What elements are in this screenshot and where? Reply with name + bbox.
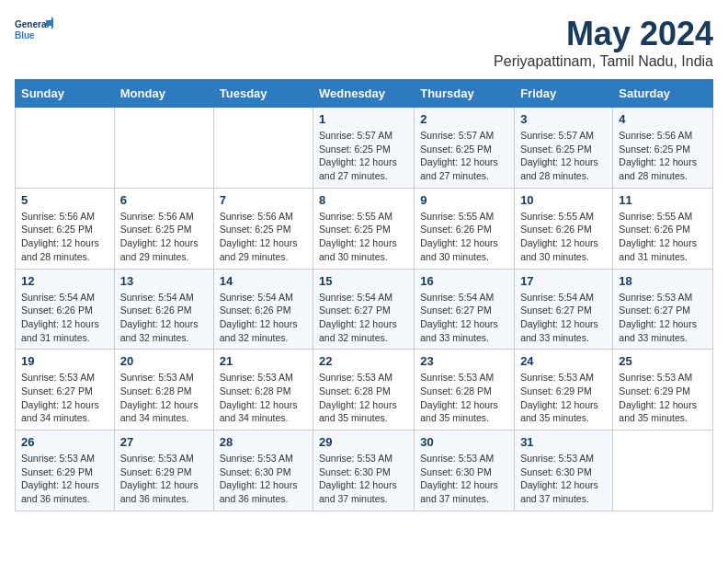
day-number: 31 — [520, 435, 607, 449]
day-info: Sunrise: 5:53 AMSunset: 6:30 PMDaylight:… — [220, 452, 307, 506]
day-info: Sunrise: 5:56 AMSunset: 6:25 PMDaylight:… — [619, 129, 707, 183]
day-number: 26 — [21, 435, 108, 449]
day-number: 16 — [420, 274, 508, 288]
week-row-4: 19Sunrise: 5:53 AMSunset: 6:27 PMDayligh… — [16, 350, 713, 431]
day-info: Sunrise: 5:56 AMSunset: 6:25 PMDaylight:… — [120, 210, 208, 264]
day-number: 10 — [520, 193, 607, 207]
calendar-cell: 8Sunrise: 5:55 AMSunset: 6:25 PMDaylight… — [313, 188, 415, 269]
header-day-sunday: Sunday — [16, 80, 115, 108]
calendar-cell — [213, 108, 313, 189]
day-number: 13 — [120, 274, 208, 288]
day-number: 20 — [120, 354, 208, 368]
calendar-cell — [16, 108, 115, 189]
day-info: Sunrise: 5:54 AMSunset: 6:27 PMDaylight:… — [420, 291, 508, 345]
calendar-cell: 15Sunrise: 5:54 AMSunset: 6:27 PMDayligh… — [313, 269, 415, 350]
day-info: Sunrise: 5:56 AMSunset: 6:25 PMDaylight:… — [220, 210, 307, 264]
calendar-cell: 4Sunrise: 5:56 AMSunset: 6:25 PMDaylight… — [613, 108, 713, 189]
week-row-2: 5Sunrise: 5:56 AMSunset: 6:25 PMDaylight… — [16, 188, 713, 269]
day-number: 19 — [21, 354, 108, 368]
header-day-wednesday: Wednesday — [313, 80, 415, 108]
day-info: Sunrise: 5:55 AMSunset: 6:25 PMDaylight:… — [319, 210, 408, 264]
calendar-cell: 6Sunrise: 5:56 AMSunset: 6:25 PMDaylight… — [114, 188, 213, 269]
calendar-cell — [114, 108, 213, 189]
day-number: 22 — [319, 354, 408, 368]
calendar-cell: 2Sunrise: 5:57 AMSunset: 6:25 PMDaylight… — [415, 108, 515, 189]
calendar-cell: 31Sunrise: 5:53 AMSunset: 6:30 PMDayligh… — [515, 431, 613, 511]
day-number: 27 — [120, 435, 208, 449]
calendar-cell: 1Sunrise: 5:57 AMSunset: 6:25 PMDaylight… — [313, 108, 415, 189]
calendar-cell: 18Sunrise: 5:53 AMSunset: 6:27 PMDayligh… — [613, 269, 713, 350]
calendar-cell: 12Sunrise: 5:54 AMSunset: 6:26 PMDayligh… — [16, 269, 115, 350]
day-info: Sunrise: 5:53 AMSunset: 6:30 PMDaylight:… — [520, 452, 607, 506]
logo: General Blue — [15, 15, 53, 48]
calendar-cell: 5Sunrise: 5:56 AMSunset: 6:25 PMDaylight… — [16, 188, 115, 269]
calendar-table: SundayMondayTuesdayWednesdayThursdayFrid… — [15, 79, 713, 511]
day-info: Sunrise: 5:53 AMSunset: 6:29 PMDaylight:… — [619, 371, 707, 425]
day-info: Sunrise: 5:53 AMSunset: 6:28 PMDaylight:… — [120, 371, 208, 425]
day-info: Sunrise: 5:57 AMSunset: 6:25 PMDaylight:… — [319, 129, 408, 183]
day-number: 2 — [420, 112, 508, 126]
main-title: May 2024 — [494, 15, 713, 53]
day-info: Sunrise: 5:54 AMSunset: 6:27 PMDaylight:… — [520, 291, 607, 345]
calendar-cell: 29Sunrise: 5:53 AMSunset: 6:30 PMDayligh… — [313, 431, 415, 511]
header-section: General Blue May 2024 Periyapattinam, Ta… — [15, 15, 713, 70]
calendar-cell: 7Sunrise: 5:56 AMSunset: 6:25 PMDaylight… — [213, 188, 313, 269]
calendar-cell: 13Sunrise: 5:54 AMSunset: 6:26 PMDayligh… — [114, 269, 213, 350]
svg-text:General: General — [15, 19, 49, 29]
week-row-5: 26Sunrise: 5:53 AMSunset: 6:29 PMDayligh… — [16, 431, 713, 511]
day-number: 5 — [21, 193, 108, 207]
day-info: Sunrise: 5:57 AMSunset: 6:25 PMDaylight:… — [520, 129, 607, 183]
day-number: 30 — [420, 435, 508, 449]
calendar-cell: 27Sunrise: 5:53 AMSunset: 6:29 PMDayligh… — [114, 431, 213, 511]
day-number: 3 — [520, 112, 607, 126]
calendar-cell: 10Sunrise: 5:55 AMSunset: 6:26 PMDayligh… — [515, 188, 613, 269]
header-day-thursday: Thursday — [415, 80, 515, 108]
day-number: 6 — [120, 193, 208, 207]
day-info: Sunrise: 5:55 AMSunset: 6:26 PMDaylight:… — [420, 210, 508, 264]
calendar-cell: 14Sunrise: 5:54 AMSunset: 6:26 PMDayligh… — [213, 269, 313, 350]
calendar-cell: 3Sunrise: 5:57 AMSunset: 6:25 PMDaylight… — [515, 108, 613, 189]
day-info: Sunrise: 5:54 AMSunset: 6:26 PMDaylight:… — [220, 291, 307, 345]
calendar-cell: 20Sunrise: 5:53 AMSunset: 6:28 PMDayligh… — [114, 350, 213, 431]
calendar-cell: 9Sunrise: 5:55 AMSunset: 6:26 PMDaylight… — [415, 188, 515, 269]
header-row: SundayMondayTuesdayWednesdayThursdayFrid… — [16, 80, 713, 108]
logo-icon: General Blue — [15, 15, 53, 48]
calendar-cell: 19Sunrise: 5:53 AMSunset: 6:27 PMDayligh… — [16, 350, 115, 431]
week-row-1: 1Sunrise: 5:57 AMSunset: 6:25 PMDaylight… — [16, 108, 713, 189]
title-section: May 2024 Periyapattinam, Tamil Nadu, Ind… — [494, 15, 713, 70]
day-info: Sunrise: 5:54 AMSunset: 6:27 PMDaylight:… — [319, 291, 408, 345]
calendar-cell: 23Sunrise: 5:53 AMSunset: 6:28 PMDayligh… — [415, 350, 515, 431]
calendar-cell: 24Sunrise: 5:53 AMSunset: 6:29 PMDayligh… — [515, 350, 613, 431]
day-number: 25 — [619, 354, 707, 368]
day-number: 28 — [220, 435, 307, 449]
day-info: Sunrise: 5:54 AMSunset: 6:26 PMDaylight:… — [21, 291, 108, 345]
day-number: 18 — [619, 274, 707, 288]
day-number: 17 — [520, 274, 607, 288]
day-info: Sunrise: 5:55 AMSunset: 6:26 PMDaylight:… — [619, 210, 707, 264]
day-number: 1 — [319, 112, 408, 126]
calendar-cell: 11Sunrise: 5:55 AMSunset: 6:26 PMDayligh… — [613, 188, 713, 269]
subtitle: Periyapattinam, Tamil Nadu, India — [494, 53, 713, 70]
calendar-cell: 25Sunrise: 5:53 AMSunset: 6:29 PMDayligh… — [613, 350, 713, 431]
day-info: Sunrise: 5:53 AMSunset: 6:29 PMDaylight:… — [520, 371, 607, 425]
day-info: Sunrise: 5:57 AMSunset: 6:25 PMDaylight:… — [420, 129, 508, 183]
calendar-cell: 28Sunrise: 5:53 AMSunset: 6:30 PMDayligh… — [213, 431, 313, 511]
day-info: Sunrise: 5:53 AMSunset: 6:30 PMDaylight:… — [319, 452, 408, 506]
day-number: 14 — [220, 274, 307, 288]
day-number: 8 — [319, 193, 408, 207]
calendar-cell — [613, 431, 713, 511]
week-row-3: 12Sunrise: 5:54 AMSunset: 6:26 PMDayligh… — [16, 269, 713, 350]
day-info: Sunrise: 5:56 AMSunset: 6:25 PMDaylight:… — [21, 210, 108, 264]
calendar-cell: 17Sunrise: 5:54 AMSunset: 6:27 PMDayligh… — [515, 269, 613, 350]
svg-text:Blue: Blue — [15, 30, 35, 40]
day-number: 15 — [319, 274, 408, 288]
calendar-cell: 26Sunrise: 5:53 AMSunset: 6:29 PMDayligh… — [16, 431, 115, 511]
day-number: 11 — [619, 193, 707, 207]
day-info: Sunrise: 5:53 AMSunset: 6:28 PMDaylight:… — [220, 371, 307, 425]
calendar-cell: 22Sunrise: 5:53 AMSunset: 6:28 PMDayligh… — [313, 350, 415, 431]
day-number: 12 — [21, 274, 108, 288]
day-info: Sunrise: 5:53 AMSunset: 6:27 PMDaylight:… — [21, 371, 108, 425]
day-number: 9 — [420, 193, 508, 207]
header-day-saturday: Saturday — [613, 80, 713, 108]
day-info: Sunrise: 5:53 AMSunset: 6:28 PMDaylight:… — [420, 371, 508, 425]
